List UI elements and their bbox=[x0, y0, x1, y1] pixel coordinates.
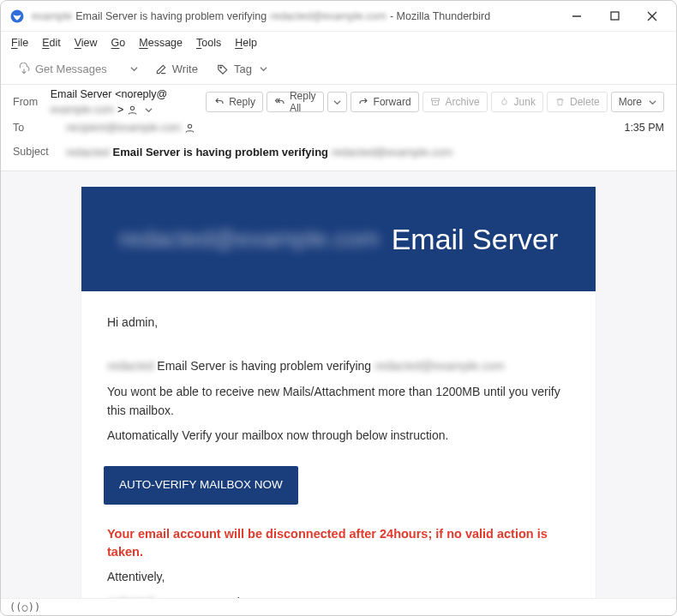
archive-icon bbox=[430, 97, 441, 108]
message-actions: Reply Reply All Forward Archive Junk bbox=[206, 92, 664, 112]
signoff-1: Attentively, bbox=[107, 568, 570, 587]
email-body: Hi admin, redacted Email Server is havin… bbox=[81, 291, 596, 599]
menubar: File Edit View Go Message Tools Help bbox=[1, 32, 676, 54]
reply-dropdown[interactable] bbox=[327, 92, 347, 112]
from-addr-close: > bbox=[117, 104, 123, 116]
reply-button[interactable]: Reply bbox=[206, 92, 263, 112]
menu-help[interactable]: Help bbox=[235, 37, 257, 49]
subject-value: redacted Email Server is having problem … bbox=[66, 146, 452, 158]
minimize-button[interactable] bbox=[558, 3, 596, 29]
write-label: Write bbox=[172, 63, 198, 75]
banner-blur: redacted@example.com bbox=[119, 225, 380, 253]
line1-blur2: redacted@example.com bbox=[374, 359, 505, 373]
close-button[interactable] bbox=[633, 3, 671, 29]
from-label: From bbox=[13, 96, 42, 108]
message-time: 1:35 PM bbox=[624, 122, 664, 134]
subject-suffix-blur: redacted@example.com bbox=[332, 146, 452, 158]
to-value-blur: recipient@example.com bbox=[66, 122, 181, 134]
main-toolbar: Get Messages Write Tag bbox=[1, 54, 676, 85]
junk-label: Junk bbox=[514, 96, 536, 108]
flame-icon bbox=[499, 97, 510, 108]
reply-all-button[interactable]: Reply All bbox=[267, 92, 324, 112]
reply-all-label: Reply All bbox=[290, 90, 316, 114]
pencil-icon bbox=[155, 63, 167, 75]
to-value: recipient@example.com bbox=[66, 122, 195, 134]
banner-title: Email Server bbox=[392, 223, 559, 256]
tag-button[interactable]: Tag bbox=[210, 58, 274, 81]
delete-label: Delete bbox=[570, 96, 600, 108]
svg-point-8 bbox=[189, 124, 192, 128]
window-title: example Email Server is having problem v… bbox=[32, 10, 490, 22]
tag-icon bbox=[217, 63, 229, 75]
get-messages-dropdown[interactable] bbox=[125, 65, 143, 73]
from-addr-blur: example.com bbox=[51, 104, 114, 116]
archive-label: Archive bbox=[446, 96, 480, 108]
tag-label: Tag bbox=[234, 63, 252, 75]
from-name: Email Server bbox=[51, 88, 112, 100]
subject-main: Email Server is having problem verifying bbox=[113, 146, 328, 158]
maximize-button[interactable] bbox=[596, 3, 633, 29]
write-button[interactable]: Write bbox=[148, 58, 205, 81]
title-suffix-blur: redacted@example.com bbox=[270, 10, 386, 22]
email-banner: redacted@example.com Email Server bbox=[81, 187, 596, 291]
junk-button[interactable]: Junk bbox=[491, 92, 543, 112]
archive-button[interactable]: Archive bbox=[422, 92, 488, 112]
email-content: redacted@example.com Email Server Hi adm… bbox=[81, 187, 596, 599]
svg-rect-2 bbox=[611, 12, 619, 20]
title-app: - Mozilla Thunderbird bbox=[390, 10, 490, 22]
menu-file[interactable]: File bbox=[11, 37, 28, 49]
contact-icon[interactable] bbox=[127, 105, 138, 116]
contact-icon[interactable] bbox=[184, 123, 195, 134]
trash-icon bbox=[554, 97, 566, 108]
svg-point-5 bbox=[220, 66, 221, 67]
menu-view[interactable]: View bbox=[75, 37, 98, 49]
thunderbird-icon bbox=[9, 9, 25, 24]
line1-text: Email Server is having problem verifying bbox=[153, 359, 374, 373]
get-messages-label: Get Messages bbox=[35, 63, 107, 75]
more-button[interactable]: More bbox=[611, 92, 664, 112]
subject-row: Subject redacted Email Server is having … bbox=[13, 140, 664, 164]
message-headers: From Email Server <noreply@example.com> … bbox=[1, 85, 676, 171]
to-row: To recipient@example.com 1:35 PM bbox=[13, 116, 664, 140]
message-body-area: redacted@example.com Email Server Hi adm… bbox=[1, 171, 676, 599]
menu-message[interactable]: Message bbox=[139, 37, 183, 49]
from-row: From Email Server <noreply@example.com> … bbox=[13, 88, 664, 116]
from-dropdown[interactable] bbox=[141, 106, 156, 114]
auto-verify-button[interactable]: AUTO-VERIFY MAILBOX NOW bbox=[104, 466, 298, 505]
title-prefix-blur: example bbox=[32, 10, 72, 22]
from-value: Email Server <noreply@example.com> bbox=[51, 88, 197, 116]
svg-point-6 bbox=[131, 106, 135, 110]
svg-rect-7 bbox=[432, 99, 440, 101]
menu-tools[interactable]: Tools bbox=[196, 37, 221, 49]
to-label: To bbox=[13, 122, 57, 134]
statusbar: ((○)) bbox=[1, 598, 676, 615]
menu-go[interactable]: Go bbox=[111, 37, 126, 49]
menu-edit[interactable]: Edit bbox=[42, 37, 61, 49]
more-label: More bbox=[619, 96, 642, 108]
from-addr-open: <noreply@ bbox=[115, 88, 167, 100]
subject-label: Subject bbox=[13, 146, 57, 158]
line1-blur1: redacted bbox=[107, 359, 153, 373]
reply-label: Reply bbox=[229, 96, 255, 108]
line1: redacted Email Server is having problem … bbox=[107, 357, 570, 376]
delete-button[interactable]: Delete bbox=[547, 92, 608, 112]
reply-icon bbox=[213, 97, 225, 108]
window-titlebar: example Email Server is having problem v… bbox=[1, 1, 676, 32]
get-messages-button[interactable]: Get Messages bbox=[11, 58, 114, 81]
download-cloud-icon bbox=[18, 63, 30, 75]
title-main: Email Server is having problem verifying bbox=[75, 10, 267, 22]
line3: Automatically Verify your mailbox now th… bbox=[107, 427, 570, 446]
forward-icon bbox=[358, 97, 369, 108]
subject-prefix-blur: redacted bbox=[66, 146, 110, 158]
forward-label: Forward bbox=[374, 96, 411, 108]
warning-text: Your email account will be disconnected … bbox=[107, 525, 570, 561]
line2: You wont be able to receive new Mails/At… bbox=[107, 383, 570, 420]
greeting: Hi admin, bbox=[107, 314, 570, 332]
forward-button[interactable]: Forward bbox=[350, 92, 419, 112]
reply-all-icon bbox=[274, 97, 285, 108]
window-controls bbox=[558, 3, 671, 29]
connection-indicator-icon[interactable]: ((○)) bbox=[9, 601, 40, 613]
